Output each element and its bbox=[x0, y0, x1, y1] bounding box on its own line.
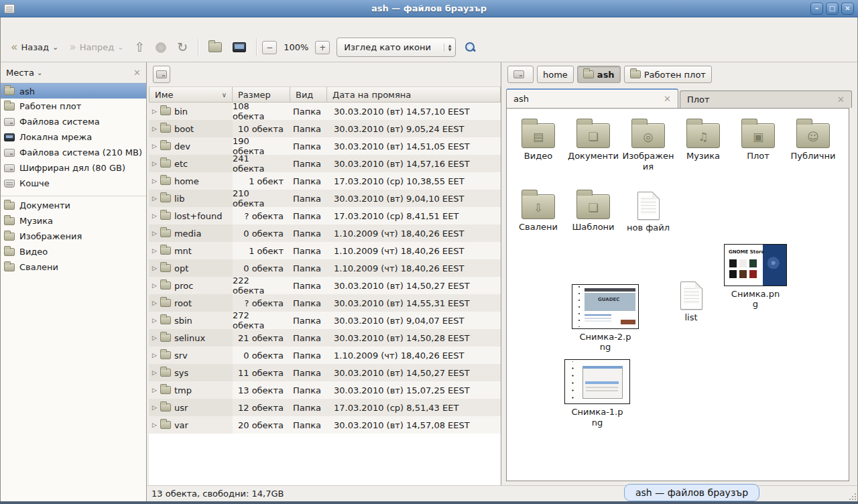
sidebar-item[interactable]: ash bbox=[1, 83, 146, 99]
icon-item[interactable]: list bbox=[656, 279, 727, 323]
column-header-type[interactable]: Вид bbox=[290, 86, 327, 103]
menu-item[interactable] bbox=[41, 24, 53, 27]
table-row[interactable]: ▷ sys 11 обекта Папка 30.03.2010 (вт) 14… bbox=[149, 364, 501, 381]
expander-icon[interactable]: ▷ bbox=[152, 125, 157, 132]
icon-item[interactable]: ☺ Публични bbox=[787, 118, 839, 162]
sidebar-item[interactable]: Работен плот bbox=[1, 99, 146, 114]
pathbar-button[interactable] bbox=[507, 66, 534, 83]
column-header-size[interactable]: Размер bbox=[233, 86, 290, 103]
icon-item[interactable]: ♫ Музика bbox=[677, 118, 729, 162]
back-button[interactable]: « Назад ⌄ bbox=[6, 38, 63, 56]
expander-icon[interactable]: ▷ bbox=[152, 317, 157, 324]
icon-item[interactable]: ▤ Видео bbox=[512, 118, 564, 162]
column-header-date[interactable]: Дата на промяна bbox=[327, 86, 501, 103]
menu-item[interactable] bbox=[17, 24, 29, 27]
expander-icon[interactable]: ▷ bbox=[152, 300, 157, 306]
pane-splitter[interactable] bbox=[501, 62, 503, 501]
back-dropdown-icon[interactable]: ⌄ bbox=[52, 43, 58, 52]
icon-item[interactable]: Снимка-1.png bbox=[562, 359, 633, 428]
table-row[interactable]: ▷ srv 0 обекта Папка 1.10.2009 (чт) 18,4… bbox=[149, 346, 501, 364]
icon-item[interactable]: GUADEC Снимка-2.png bbox=[579, 284, 631, 353]
sidebar-item[interactable]: Файлова система bbox=[1, 114, 146, 129]
table-row[interactable]: ▷ var 20 обекта Папка 30.03.2010 (вт) 14… bbox=[149, 416, 501, 434]
icon-item[interactable]: GNOME Store Снимка.png bbox=[729, 244, 782, 310]
menu-item[interactable] bbox=[5, 24, 17, 27]
expander-icon[interactable]: ▷ bbox=[152, 369, 157, 376]
table-row[interactable]: ▷ usr 12 обекта Папка 17.03.2010 (ср) 8,… bbox=[149, 399, 501, 416]
pathbar-button[interactable]: ash bbox=[577, 66, 621, 83]
table-row[interactable]: ▷ media 0 обекта Папка 1.10.2009 (чт) 18… bbox=[149, 225, 501, 242]
up-button[interactable]: ⇧ bbox=[129, 38, 149, 57]
sidebar-item[interactable] bbox=[1, 191, 146, 196]
expander-icon[interactable]: ▷ bbox=[152, 160, 157, 167]
expander-icon[interactable]: ▷ bbox=[152, 212, 157, 219]
column-header-name[interactable]: Име ∨ bbox=[149, 86, 233, 103]
expander-icon[interactable]: ▷ bbox=[152, 108, 157, 115]
home-button[interactable] bbox=[204, 39, 227, 56]
table-row[interactable]: ▷ mnt 1 обект Папка 1.10.2009 (чт) 18,40… bbox=[149, 242, 501, 259]
computer-button[interactable] bbox=[228, 39, 251, 56]
expander-icon[interactable]: ▷ bbox=[152, 282, 157, 289]
icon-item[interactable]: ❏ Документи bbox=[567, 118, 619, 162]
reload-button[interactable]: ↻ bbox=[172, 38, 192, 57]
icon-item[interactable]: ❏ Шаблони bbox=[567, 189, 619, 233]
sidebar-close-icon[interactable]: ✕ bbox=[133, 68, 141, 78]
tab[interactable]: ash ✕ bbox=[506, 88, 678, 108]
table-row[interactable]: ▷ etc 241 обекта Папка 30.03.2010 (вт) 1… bbox=[149, 155, 501, 172]
tab-close-icon[interactable]: ✕ bbox=[837, 94, 845, 105]
expander-icon[interactable]: ▷ bbox=[152, 422, 157, 428]
expander-icon[interactable]: ▷ bbox=[152, 195, 157, 202]
expander-icon[interactable]: ▷ bbox=[152, 334, 157, 341]
sidebar-title-caret-icon[interactable]: ⌄ bbox=[37, 69, 42, 76]
sidebar-item[interactable]: Шифриран дял (80 GB) bbox=[1, 160, 146, 176]
icon-item[interactable]: нов файл bbox=[622, 189, 674, 233]
pathbar-button[interactable]: home bbox=[537, 66, 574, 83]
expander-icon[interactable]: ▷ bbox=[152, 143, 157, 149]
sidebar-item[interactable]: Документи bbox=[1, 198, 146, 213]
sidebar-item[interactable]: Кошче bbox=[1, 176, 146, 191]
table-row[interactable]: ▷ bin 108 обекта Папка 30.03.2010 (вт) 1… bbox=[149, 103, 501, 120]
minimize-button[interactable]: – bbox=[810, 3, 823, 15]
table-row[interactable]: ▷ dev 190 обекта Папка 30.03.2010 (вт) 1… bbox=[149, 137, 501, 155]
close-button[interactable]: ✕ bbox=[841, 3, 854, 15]
tab[interactable]: Плот ✕ bbox=[680, 90, 852, 108]
table-row[interactable]: ▷ sbin 272 обекта Папка 30.03.2010 (вт) … bbox=[149, 312, 501, 329]
menu-item[interactable] bbox=[53, 24, 65, 27]
table-row[interactable]: ▷ lib 210 обекта Папка 30.03.2010 (вт) 9… bbox=[149, 190, 501, 207]
menu-item[interactable] bbox=[29, 24, 41, 27]
sidebar-title[interactable]: Места bbox=[6, 68, 34, 78]
expander-icon[interactable]: ▷ bbox=[152, 265, 157, 271]
expander-icon[interactable]: ▷ bbox=[152, 230, 157, 237]
table-row[interactable]: ▷ tmp 13 обекта Папка 30.03.2010 (вт) 15… bbox=[149, 381, 501, 399]
icon-item[interactable]: ⇩ Свалени bbox=[512, 189, 564, 233]
menu-item[interactable] bbox=[65, 24, 77, 27]
table-row[interactable]: ▷ root ? обекта Папка 30.03.2010 (вт) 14… bbox=[149, 294, 501, 312]
sidebar-item[interactable]: Музика bbox=[1, 213, 146, 229]
root-location-button[interactable] bbox=[153, 66, 170, 83]
table-row[interactable]: ▷ boot 10 обекта Папка 30.03.2010 (вт) 9… bbox=[149, 120, 501, 137]
table-row[interactable]: ▷ home 1 обект Папка 17.03.2010 (ср) 10,… bbox=[149, 172, 501, 190]
expander-icon[interactable]: ▷ bbox=[152, 404, 157, 411]
table-row[interactable]: ▷ lost+found ? обекта Папка 17.03.2010 (… bbox=[149, 207, 501, 225]
sidebar-item[interactable]: Видео bbox=[1, 244, 146, 259]
table-row[interactable]: ▷ opt 0 обекта Папка 1.10.2009 (чт) 18,4… bbox=[149, 259, 501, 277]
maximize-button[interactable]: □ bbox=[826, 3, 839, 15]
expander-icon[interactable]: ▷ bbox=[152, 247, 157, 254]
pathbar-button[interactable]: Работен плот bbox=[624, 66, 712, 83]
stop-button[interactable] bbox=[151, 39, 171, 56]
sidebar-item[interactable]: Изображения bbox=[1, 229, 146, 244]
zoom-in-button[interactable]: + bbox=[315, 41, 330, 54]
search-icon[interactable] bbox=[465, 42, 475, 52]
tab-close-icon[interactable]: ✕ bbox=[664, 94, 671, 104]
expander-icon[interactable]: ▷ bbox=[152, 352, 157, 359]
expander-icon[interactable]: ▷ bbox=[152, 387, 157, 393]
expander-icon[interactable]: ▷ bbox=[152, 178, 157, 184]
table-row[interactable]: ▷ proc 222 обекта Папка 30.03.2010 (вт) … bbox=[149, 277, 501, 294]
table-row[interactable]: ▷ selinux 21 обекта Папка 30.03.2010 (вт… bbox=[149, 329, 501, 346]
zoom-out-button[interactable]: − bbox=[262, 41, 277, 54]
sidebar-item[interactable]: Свалени bbox=[1, 259, 146, 275]
sidebar-item[interactable]: Локална мрежа bbox=[1, 129, 146, 145]
sidebar-item[interactable]: Файлова система (210 MB) bbox=[1, 145, 146, 160]
icon-item[interactable]: ◎ Изображения bbox=[622, 118, 674, 172]
view-mode-select[interactable]: Изглед като икони ▲ ▼ bbox=[336, 38, 456, 57]
